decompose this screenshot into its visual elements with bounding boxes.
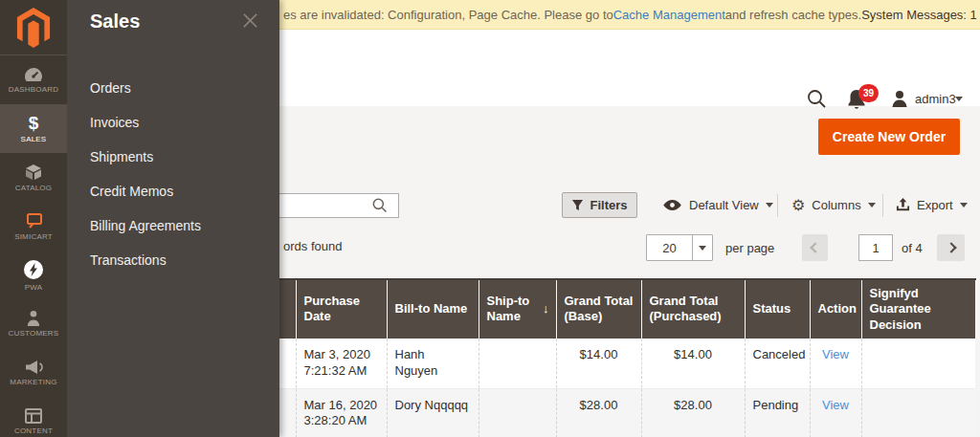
chevron-left-icon	[810, 242, 820, 252]
cell-purchase-date: Mar 16, 2020 3:28:20 AM	[296, 388, 387, 437]
cell-purchase-date: Mar 3, 2020 7:21:32 AM	[296, 339, 387, 388]
lightning-bolt-icon	[23, 259, 44, 280]
export-icon	[896, 198, 910, 212]
column-header-signifyd[interactable]: Signifyd Guarantee Decision	[861, 280, 975, 339]
total-pages-label: of 4	[902, 241, 923, 255]
grid-search-icon[interactable]	[371, 197, 388, 217]
cell-total-purchased: $28.00	[641, 388, 745, 437]
orders-grid: Purchase Date Bill-to Name Ship-to Name↓…	[278, 278, 976, 437]
columns-selector[interactable]: ⚙ Columns	[791, 192, 876, 218]
menu-item-billing-agreements[interactable]: Billing Agreements	[67, 208, 279, 243]
cell-total-base: $28.00	[556, 388, 641, 437]
column-header-blank	[278, 280, 296, 339]
cell-bill-to: Dory Nqqqqq	[387, 388, 479, 437]
filters-button[interactable]: Filters	[562, 192, 637, 218]
notification-count-badge[interactable]: 39	[858, 84, 879, 102]
cell-total-base: $14.00	[556, 339, 641, 388]
search-icon[interactable]	[806, 88, 827, 113]
user-menu-chevron-icon[interactable]	[955, 97, 963, 101]
username-label[interactable]: admin3	[915, 92, 956, 106]
column-header-grand-total-base[interactable]: Grand Total (Base)	[556, 280, 641, 339]
export-label: Export	[917, 198, 953, 212]
cache-warning-suffix: and refresh cache types.	[725, 8, 861, 22]
current-page-input[interactable]	[858, 234, 893, 261]
column-header-grand-total-purchased[interactable]: Grand Total (Purchased)	[641, 280, 745, 339]
dollar-icon: $	[29, 115, 39, 132]
funnel-icon	[571, 199, 584, 211]
flyout-title: Sales	[90, 11, 140, 33]
close-icon[interactable]	[242, 12, 258, 33]
sales-flyout-menu: Sales Orders Invoices Shipments Credit M…	[67, 0, 279, 437]
column-header-purchase-date[interactable]: Purchase Date	[296, 280, 387, 339]
cell-status: Canceled	[745, 339, 810, 388]
sidebar-item-sales[interactable]: $ SALES	[0, 104, 67, 153]
create-new-order-button[interactable]: Create New Order	[818, 119, 960, 155]
person-icon	[26, 310, 41, 326]
megaphone-icon	[24, 360, 43, 375]
filters-label: Filters	[590, 198, 627, 212]
cell-bill-to: Hanh Nguyen	[387, 339, 479, 388]
export-control[interactable]: Export	[896, 192, 968, 218]
sidebar-item-pwa[interactable]: PWA	[0, 251, 67, 299]
page-size-chevron	[692, 235, 712, 260]
toolbar-divider	[882, 194, 883, 217]
cell-total-purchased: $14.00	[641, 339, 745, 388]
table-row: Mar 3, 2020 7:21:32 AM Hanh Nguyen $14.0…	[278, 339, 975, 388]
magento-logo[interactable]	[0, 0, 67, 55]
sort-descending-icon[interactable]: ↓	[543, 301, 549, 317]
toolbar-divider	[777, 194, 778, 217]
menu-item-orders[interactable]: Orders	[67, 71, 279, 105]
per-page-label: per page	[725, 241, 774, 255]
system-messages-toggle[interactable]: System Messages: 1	[861, 8, 980, 22]
sidebar-item-marketing[interactable]: MARKETING	[0, 348, 67, 397]
dashboard-gauge-icon	[24, 67, 43, 82]
cache-warning-text: es are invalidated: Configuration, Page …	[283, 8, 613, 22]
package-icon	[25, 164, 42, 181]
view-selector[interactable]: Default View	[662, 192, 773, 218]
grid-header-row: Purchase Date Bill-to Name Ship-to Name↓…	[278, 280, 975, 339]
cell-status: Pending	[745, 388, 810, 437]
menu-item-credit-memos[interactable]: Credit Memos	[67, 174, 279, 208]
admin-sidebar: DASHBOARD $ SALES CATALOG SIMICART PWA C…	[0, 0, 67, 437]
columns-selector-label: Columns	[812, 198, 860, 212]
column-header-status[interactable]: Status	[745, 280, 810, 339]
view-order-link[interactable]: View	[822, 398, 849, 412]
chevron-down-icon	[868, 203, 876, 208]
table-row: Mar 16, 2020 3:28:20 AM Dory Nqqqqq $28.…	[278, 388, 975, 437]
gear-icon: ⚙	[791, 198, 805, 213]
cache-management-link[interactable]: Cache Management	[613, 8, 725, 22]
column-header-bill-to-name[interactable]: Bill-to Name	[387, 280, 479, 339]
view-order-link[interactable]: View	[822, 347, 849, 361]
column-header-action: Action	[810, 280, 861, 339]
previous-page-button[interactable]	[802, 234, 828, 261]
simicart-icon	[24, 212, 43, 229]
sidebar-item-customers[interactable]: CUSTOMERS	[0, 299, 67, 348]
next-page-button[interactable]	[937, 234, 965, 261]
menu-item-shipments[interactable]: Shipments	[67, 140, 279, 174]
cell-signifyd	[861, 388, 975, 437]
page-size-value: 20	[647, 235, 692, 260]
chevron-down-icon	[766, 203, 773, 208]
page-size-select[interactable]: 20	[646, 234, 713, 261]
sidebar-item-dashboard[interactable]: DASHBOARD	[0, 55, 67, 104]
sidebar-item-catalog[interactable]: CATALOG	[0, 153, 67, 202]
chevron-down-icon	[960, 203, 968, 208]
sidebar-item-simicart[interactable]: SIMICART	[0, 202, 67, 251]
layout-page-icon	[25, 408, 42, 424]
eye-icon	[662, 199, 682, 211]
menu-item-invoices[interactable]: Invoices	[67, 105, 279, 140]
column-header-ship-to-name[interactable]: Ship-to Name↓	[479, 280, 556, 339]
chevron-right-icon	[946, 242, 956, 252]
records-found-label: ords found	[283, 239, 342, 253]
cell-ship-to	[479, 339, 556, 388]
menu-item-transactions[interactable]: Transactions	[67, 243, 279, 277]
user-avatar-icon[interactable]	[890, 89, 909, 112]
sidebar-item-content[interactable]: CONTENT	[0, 397, 67, 437]
cell-ship-to	[479, 388, 556, 437]
view-selector-label: Default View	[689, 198, 759, 212]
cell-signifyd	[861, 339, 975, 388]
system-messages-label: System Messages: 1	[861, 8, 977, 22]
